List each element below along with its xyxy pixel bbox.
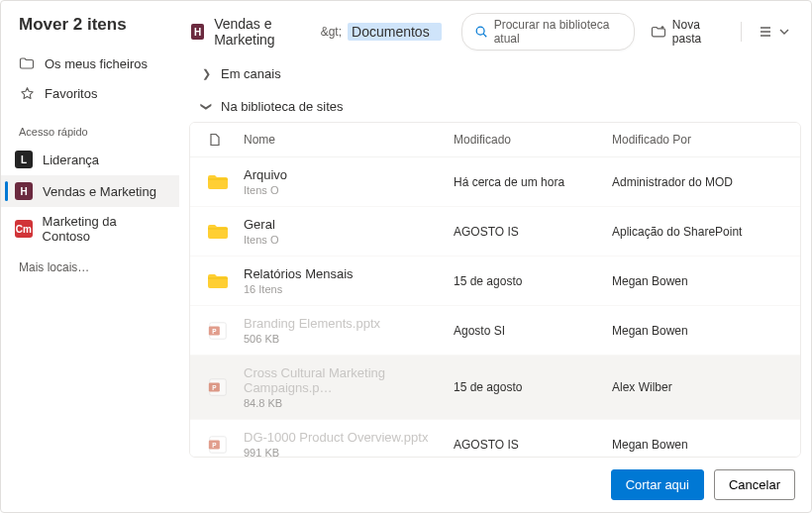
- pptx-file-icon: P: [206, 375, 230, 399]
- list-header: Nome Modificado Modificado Por: [190, 123, 800, 157]
- folder-icon: [206, 269, 230, 293]
- search-placeholder: Procurar na biblioteca atual: [494, 18, 622, 46]
- primary-action-button[interactable]: Cortar aqui: [611, 469, 704, 500]
- folder-outline-icon: [19, 55, 35, 71]
- file-subtitle: 506 KB: [244, 333, 454, 345]
- dialog-footer: Cortar aqui Cancelar: [1, 458, 811, 512]
- table-row[interactable]: PBranding Elements.pptx506 KBAgosto SIMe…: [190, 306, 800, 356]
- list-view-icon: [758, 24, 773, 40]
- file-subtitle: Itens O: [244, 234, 454, 246]
- nav-my-files-label: Os meus ficheiros: [45, 56, 148, 71]
- cell-modified-by: Alex Wilber: [612, 380, 790, 394]
- cell-modified-by: Aplicação do SharePoint: [612, 225, 790, 239]
- sidebar: Mover 2 itens Os meus ficheiros Favorito…: [1, 1, 179, 458]
- cell-name: Cross Cultural Marketing Campaigns.p…84.…: [244, 365, 454, 409]
- chevron-down-icon: [779, 27, 789, 37]
- chevron-down-icon: ❯: [200, 100, 213, 114]
- file-name: DG-1000 Product Overview.pptx: [244, 430, 454, 445]
- section-in-channels-label: Em canais: [221, 66, 281, 81]
- file-name: Branding Elements.pptx: [244, 316, 454, 331]
- file-subtitle: 84.8 KB: [244, 397, 454, 409]
- topbar: H Vendas e Marketing &gt; Documentos Pro…: [179, 1, 811, 56]
- table-row[interactable]: ArquivoItens OHá cerca de um horaAdminis…: [190, 157, 800, 207]
- sidebar-item-1[interactable]: HVendas e Marketing: [1, 175, 179, 207]
- more-locations[interactable]: Mais locais…: [1, 251, 179, 284]
- new-folder-button[interactable]: Nova pasta: [645, 14, 731, 50]
- section-in-channels[interactable]: ❯ Em canais: [179, 56, 811, 89]
- breadcrumb-current[interactable]: Documentos: [348, 23, 442, 41]
- file-subtitle: Itens O: [244, 184, 454, 196]
- pptx-file-icon: P: [206, 319, 230, 343]
- star-icon: [19, 85, 35, 101]
- svg-text:P: P: [212, 441, 217, 448]
- cell-modified: 15 de agosto: [454, 380, 612, 394]
- file-name: Relatórios Mensais: [244, 266, 454, 281]
- col-modified[interactable]: Modificado: [454, 133, 612, 147]
- site-tile-icon: Cm: [15, 220, 33, 238]
- section-in-site-library-label: Na biblioteca de sites: [221, 99, 344, 114]
- cell-modified: Há cerca de um hora: [454, 175, 612, 189]
- sidebar-item-label: Vendas e Marketing: [43, 184, 156, 199]
- file-subtitle: 991 KB: [244, 447, 454, 458]
- folder-icon: [206, 170, 230, 194]
- svg-text:P: P: [212, 384, 217, 391]
- breadcrumb-sep: &gt;: [321, 25, 342, 39]
- quick-access-header: Acesso rápido: [1, 108, 179, 144]
- section-in-site-library[interactable]: ❯ Na biblioteca de sites: [179, 89, 811, 122]
- col-name[interactable]: Nome: [244, 133, 454, 147]
- cell-modified: AGOSTO IS: [454, 438, 612, 452]
- site-tile-icon: L: [15, 151, 33, 168]
- new-folder-icon: [651, 24, 666, 40]
- sidebar-item-label: Liderança: [43, 153, 99, 167]
- svg-point-0: [476, 27, 484, 35]
- search-input[interactable]: Procurar na biblioteca atual: [461, 13, 635, 51]
- cell-modified-by: Megan Bowen: [612, 324, 790, 338]
- cell-name: Branding Elements.pptx506 KB: [244, 316, 454, 345]
- sidebar-item-label: Marketing da Contoso: [43, 214, 165, 244]
- table-row[interactable]: Relatórios Mensais16 Itens15 de agostoMe…: [190, 256, 800, 306]
- table-row[interactable]: PDG-1000 Product Overview.pptx991 KBAGOS…: [190, 420, 800, 458]
- table-row[interactable]: GeralItens OAGOSTO ISAplicação do ShareP…: [190, 207, 800, 256]
- cell-name: Relatórios Mensais16 Itens: [244, 266, 454, 295]
- nav-favorites[interactable]: Favoritos: [1, 78, 179, 108]
- col-modified-by[interactable]: Modificado Por: [612, 133, 790, 147]
- new-folder-label: Nova pasta: [672, 18, 725, 46]
- pptx-file-icon: P: [206, 433, 230, 457]
- file-name: Geral: [244, 217, 454, 232]
- folder-icon: [206, 220, 230, 244]
- breadcrumb: H Vendas e Marketing &gt; Documentos: [191, 16, 442, 48]
- svg-text:P: P: [212, 327, 217, 334]
- cell-name: ArquivoItens O: [244, 167, 454, 196]
- cell-modified: 15 de agosto: [454, 274, 612, 288]
- sidebar-item-0[interactable]: LLiderança: [1, 144, 179, 175]
- cell-modified: AGOSTO IS: [454, 225, 612, 239]
- search-icon: [474, 25, 488, 39]
- cell-modified-by: Megan Bowen: [612, 274, 790, 288]
- file-subtitle: 16 Itens: [244, 283, 454, 295]
- table-row[interactable]: PCross Cultural Marketing Campaigns.p…84…: [190, 356, 800, 420]
- sidebar-item-2[interactable]: CmMarketing da Contoso: [1, 207, 179, 251]
- chevron-right-icon: ❯: [199, 67, 213, 80]
- file-name: Arquivo: [244, 167, 454, 182]
- cell-name: DG-1000 Product Overview.pptx991 KB: [244, 430, 454, 458]
- file-type-icon: [200, 133, 244, 147]
- cell-name: GeralItens O: [244, 217, 454, 246]
- nav-favorites-label: Favoritos: [45, 86, 97, 101]
- site-tile-icon: H: [15, 182, 33, 200]
- cancel-button[interactable]: Cancelar: [714, 469, 795, 500]
- file-list: Nome Modificado Modificado Por ArquivoIt…: [189, 122, 801, 458]
- site-icon: H: [191, 24, 204, 40]
- view-options-button[interactable]: [752, 20, 795, 44]
- toolbar-divider: [741, 22, 742, 42]
- cell-modified-by: Megan Bowen: [612, 438, 790, 452]
- cell-modified: Agosto SI: [454, 324, 612, 338]
- breadcrumb-site[interactable]: Vendas e Marketing: [214, 16, 315, 48]
- nav-my-files[interactable]: Os meus ficheiros: [1, 49, 179, 78]
- file-name: Cross Cultural Marketing Campaigns.p…: [244, 365, 454, 395]
- cell-modified-by: Administrador do MOD: [612, 175, 790, 189]
- dialog-title: Mover 2 itens: [1, 15, 179, 49]
- content-area: H Vendas e Marketing &gt; Documentos Pro…: [179, 1, 811, 458]
